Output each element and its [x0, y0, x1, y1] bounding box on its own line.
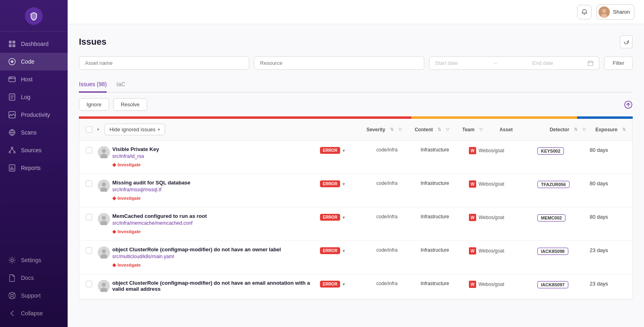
row-2-path[interactable]: src/infra/mssql/mssql.tf — [112, 187, 315, 192]
row-3-investigate[interactable]: ◆ Investigate — [112, 229, 140, 234]
row-2-severity-expand-icon[interactable]: ▾ — [343, 181, 345, 187]
collapse-icon — [8, 309, 16, 317]
row-2-asset-logo: W — [469, 180, 476, 188]
issues-table: ▾ Hide ignored issues ▾ Severity ⇅ ▽ Con… — [79, 119, 633, 300]
row-avatar-cell-2 — [98, 180, 112, 192]
filter-button[interactable]: Filter — [604, 56, 633, 70]
table-row: object ClusterRole (configmap-modifier) … — [79, 274, 632, 299]
row-1-severity-expand-icon[interactable]: ▾ — [343, 148, 345, 153]
detector-filter-icon[interactable]: ▽ — [582, 127, 586, 132]
row-4-investigate[interactable]: ◆ Investigate — [112, 262, 140, 268]
svg-text:W: W — [471, 249, 475, 253]
row-3-severity-expand-icon[interactable]: ▾ — [343, 215, 345, 220]
row-1-avatar — [98, 146, 110, 158]
row-3-checkbox[interactable] — [86, 214, 92, 220]
row-5-checkbox[interactable] — [86, 281, 92, 287]
row-1-exposure: 80 days — [590, 146, 626, 153]
row-1-asset-name: Webos/goat — [479, 148, 504, 153]
row-4-path[interactable]: src/multicloud/k8s/main.yaml — [112, 254, 315, 259]
asset-name-input[interactable] — [79, 56, 249, 70]
row-1-team: Infrastructure — [421, 146, 469, 153]
ignore-button[interactable]: Ignore — [79, 98, 109, 111]
sidebar-item-scans[interactable]: Scans — [0, 124, 68, 141]
svg-text:W: W — [471, 149, 475, 153]
row-1-investigate[interactable]: ◆ Investigate — [112, 162, 140, 168]
sidebar-item-support[interactable]: Support — [0, 287, 68, 304]
svg-text:W: W — [471, 182, 475, 186]
tab-iac[interactable]: IaC — [116, 78, 125, 93]
tab-issues[interactable]: Issues (98) — [79, 78, 107, 93]
row-5-asset-name: Webos/goat — [479, 281, 504, 287]
row-5-severity-badge: ERROR — [320, 281, 340, 288]
sidebar-item-code[interactable]: Code — [0, 53, 68, 70]
row-2-severity-badge: ERROR — [320, 180, 340, 187]
sidebar-item-dashboard[interactable]: Dashboard — [0, 35, 68, 53]
select-all-checkbox[interactable] — [86, 126, 92, 133]
row-5-title: object ClusterRole (configmap-modifier) … — [112, 280, 315, 292]
svg-text:W: W — [471, 282, 475, 287]
row-1-severity-badge: ERROR — [320, 147, 340, 154]
exposure-sort-icon[interactable]: ⇅ — [622, 127, 626, 132]
sidebar-item-sources[interactable]: Sources — [0, 141, 68, 159]
end-date-label: End date — [532, 60, 553, 66]
row-1-path[interactable]: src/infra/id_rsa — [112, 153, 315, 159]
row-4-team: Infrastructure — [421, 246, 469, 253]
svg-rect-25 — [13, 168, 14, 170]
sidebar-item-docs[interactable]: Docs — [0, 269, 68, 287]
refresh-button[interactable] — [620, 35, 633, 48]
host-icon — [8, 75, 16, 83]
row-4-asset-name: Webos/goat — [479, 248, 504, 254]
svg-point-47 — [102, 182, 106, 186]
resolve-button[interactable]: Resolve — [113, 98, 147, 111]
svg-rect-36 — [588, 61, 593, 66]
sidebar-item-reports[interactable]: Reports — [0, 159, 68, 177]
row-2-checkbox[interactable] — [86, 180, 92, 187]
hide-ignored-chevron-icon: ▾ — [158, 127, 160, 132]
sidebar-item-collapse[interactable]: Collapse — [0, 304, 68, 322]
svg-rect-2 — [9, 44, 12, 47]
chevron-select-icon[interactable]: ▾ — [97, 127, 99, 132]
upload-icon[interactable] — [624, 100, 633, 109]
content-filter-icon[interactable]: ▽ — [446, 127, 449, 132]
resource-input[interactable] — [254, 56, 424, 70]
row-2-severity: ERROR ▾ — [320, 180, 376, 187]
investigate-label-3: Investigate — [118, 229, 140, 234]
severity-sort-icon[interactable]: ⇅ — [390, 127, 394, 132]
detector-sort-icon[interactable]: ⇅ — [574, 127, 578, 132]
row-1-info: Visible Private Key src/infra/id_rsa ◆ I… — [112, 146, 320, 168]
row-1-checkbox[interactable] — [86, 147, 92, 153]
notification-bell-button[interactable] — [577, 5, 592, 19]
sidebar-item-host[interactable]: Host — [0, 70, 68, 88]
docs-icon — [8, 274, 16, 282]
asset-column-header: Asset — [500, 127, 513, 132]
row-3-path[interactable]: src/infra/memcache/memcached.conf — [112, 220, 315, 226]
row-4-checkbox[interactable] — [86, 247, 92, 254]
row-4-detector-badge: IACK8S098 — [537, 248, 568, 255]
sidebar-item-productivity[interactable]: Productivity — [0, 106, 68, 124]
sidebar-item-label-collapse: Collapse — [21, 310, 43, 317]
date-range-picker[interactable]: Start date → End date — [429, 56, 599, 70]
sidebar-item-label-log: Log — [21, 94, 30, 100]
productivity-icon — [8, 111, 16, 119]
row-5-severity-expand-icon[interactable]: ▾ — [343, 281, 345, 287]
row-checkbox-cell-2 — [86, 180, 98, 187]
sidebar-item-label-productivity: Productivity — [21, 112, 50, 118]
sidebar-item-log[interactable]: Log — [0, 88, 68, 106]
main-area: Sharon Issues Start date → End date — [68, 0, 644, 327]
team-filter-icon[interactable]: ▽ — [479, 127, 483, 132]
content-sort-icon[interactable]: ⇅ — [438, 127, 441, 132]
severity-filter-icon[interactable]: ▽ — [398, 127, 402, 132]
row-5-avatar — [98, 280, 110, 292]
row-3-info: MemCached configured to run as root src/… — [112, 213, 320, 235]
content-area: Issues Start date → End date Filter — [68, 24, 644, 327]
svg-rect-23 — [10, 168, 11, 170]
row-2-investigate[interactable]: ◆ Investigate — [112, 195, 140, 201]
sidebar-item-settings[interactable]: Settings — [0, 251, 68, 269]
user-menu-button[interactable]: Sharon — [597, 4, 634, 20]
hide-ignored-dropdown[interactable]: Hide ignored issues ▾ — [104, 124, 165, 135]
row-3-title: MemCached configured to run as root — [112, 213, 315, 219]
row-3-severity-badge: ERROR — [320, 214, 340, 221]
sources-icon — [8, 146, 16, 154]
row-4-severity-expand-icon[interactable]: ▾ — [343, 248, 345, 254]
row-1-detector: KEYS002 — [537, 146, 590, 154]
